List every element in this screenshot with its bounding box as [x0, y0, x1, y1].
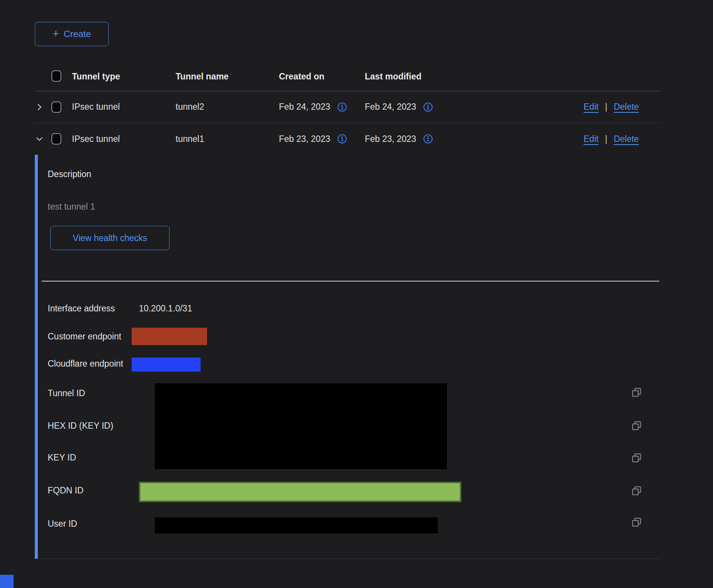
tunnel-name-cell: tunnel1	[176, 134, 279, 144]
header-created-on: Created on	[279, 72, 365, 82]
tunnel-type-cell: IPsec tunnel	[72, 134, 176, 144]
header-tunnel-name: Tunnel name	[176, 72, 279, 82]
created-on-cell: Feb 24, 2023	[279, 102, 330, 112]
created-on-cell: Feb 23, 2023	[279, 134, 330, 144]
last-modified-cell: Feb 24, 2023	[365, 102, 416, 112]
tunnel-id-label: Tunnel ID	[48, 388, 85, 398]
actions-separator: |	[605, 134, 607, 144]
delete-link[interactable]: Delete	[614, 102, 639, 112]
tunnel-name-cell: tunnel2	[176, 102, 279, 112]
table-row: IPsec tunnel tunnel2 Feb 24, 2023 Feb 24…	[35, 91, 661, 123]
plus-icon: +	[53, 28, 59, 39]
select-all-checkbox[interactable]	[51, 70, 61, 82]
info-icon[interactable]	[337, 134, 347, 144]
copy-key-id-icon[interactable]	[631, 453, 642, 464]
copy-hex-id-icon[interactable]	[631, 420, 642, 432]
delete-link[interactable]: Delete	[614, 134, 639, 144]
copy-user-id-icon[interactable]	[631, 517, 642, 529]
header-last-modified: Last modified	[365, 72, 584, 82]
table-row: IPsec tunnel tunnel1 Feb 23, 2023 Feb 23…	[35, 123, 661, 155]
cloudflare-endpoint-redacted-value	[132, 358, 201, 372]
tunnels-table: Tunnel type Tunnel name Created on Last …	[35, 53, 661, 155]
customer-endpoint-redacted-value	[132, 328, 207, 345]
view-health-checks-button[interactable]: View health checks	[50, 226, 170, 250]
interface-address-value: 10.200.1.0/31	[139, 303, 192, 314]
last-modified-cell: Feb 23, 2023	[365, 134, 416, 144]
info-icon[interactable]	[423, 102, 433, 112]
key-id-label: KEY ID	[48, 453, 76, 463]
description-value: test tunnel 1	[48, 202, 95, 212]
tunnel-detail-panel: Description test tunnel 1 View health ch…	[35, 155, 661, 559]
tunnel-type-cell: IPsec tunnel	[72, 102, 176, 112]
expand-chevron-right-icon[interactable]	[35, 103, 44, 112]
info-icon[interactable]	[337, 102, 347, 112]
ids-redacted-value	[155, 383, 447, 469]
description-label: Description	[48, 169, 91, 179]
copy-tunnel-id-icon[interactable]	[631, 387, 642, 399]
hex-id-label: HEX ID (KEY ID)	[48, 421, 113, 431]
fqdn-id-label: FQDN ID	[48, 485, 84, 496]
row-checkbox[interactable]	[51, 101, 61, 113]
table-header-row: Tunnel type Tunnel name Created on Last …	[35, 53, 661, 91]
user-id-label: User ID	[48, 519, 77, 529]
fqdn-id-redacted-value	[139, 482, 461, 502]
copy-fqdn-id-icon[interactable]	[631, 485, 642, 497]
actions-separator: |	[605, 102, 607, 112]
interface-address-label: Interface address	[48, 303, 115, 314]
customer-endpoint-label: Customer endpoint	[48, 331, 121, 342]
edit-link[interactable]: Edit	[584, 134, 599, 144]
info-icon[interactable]	[423, 134, 433, 144]
edit-link[interactable]: Edit	[584, 102, 599, 112]
panel-divider	[42, 281, 659, 282]
header-tunnel-type: Tunnel type	[72, 72, 176, 82]
row-checkbox[interactable]	[51, 133, 61, 145]
create-button[interactable]: + Create	[35, 22, 109, 46]
cloudflare-endpoint-label: Cloudflare endpoint	[48, 359, 123, 369]
corner-accent	[0, 575, 14, 588]
user-id-redacted-value	[155, 517, 438, 534]
collapse-chevron-down-icon[interactable]	[35, 134, 44, 143]
create-button-label: Create	[64, 29, 91, 39]
